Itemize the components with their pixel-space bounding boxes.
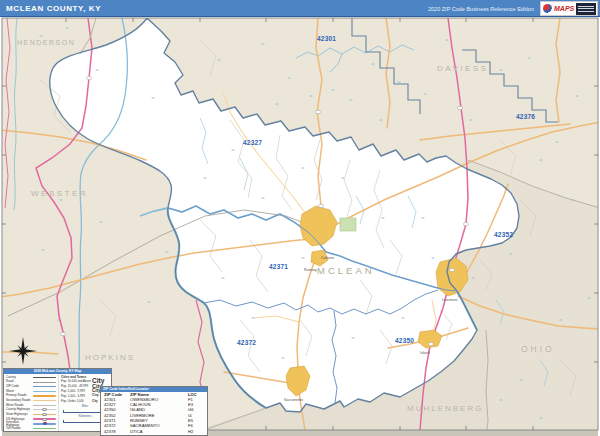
legend-item-sample bbox=[33, 385, 56, 389]
zip-label-42376: 42376 bbox=[516, 113, 535, 120]
header-bar: MCLEAN COUNTY, KY 2020 ZIP Code Business… bbox=[0, 0, 600, 17]
legend-item-label: ZIP Code bbox=[6, 385, 33, 388]
map-page: HENDERSONDAVIESSWEBSTERHOPKINSOHIOMUHLEN… bbox=[0, 0, 600, 436]
zip-table-cell: UTICA bbox=[130, 430, 188, 434]
legend-item-sample bbox=[33, 417, 56, 421]
legend-item-sample bbox=[33, 380, 56, 384]
zip-table-rows: 42301OWENSBOROF142327CALHOUNE342350ISLAN… bbox=[101, 397, 207, 434]
legend-item-sample bbox=[33, 389, 56, 393]
legend-item-sample bbox=[33, 403, 56, 407]
zip-table-row: 42378UTICAH2 bbox=[101, 429, 207, 434]
legend-item-label: Toll Roads bbox=[6, 427, 33, 430]
county-label-henderson: HENDERSON bbox=[17, 39, 75, 46]
park-area bbox=[340, 218, 356, 231]
legend-item-sample bbox=[33, 412, 56, 416]
compass-rose bbox=[8, 336, 38, 366]
legend-city-label: Pop. Under 1,000 bbox=[61, 400, 92, 403]
zip-table-cell: 42372 bbox=[104, 424, 130, 428]
legend-item-label: State Highways bbox=[6, 413, 33, 416]
town-label-livermore: Livermore bbox=[442, 298, 458, 302]
zip-table-cell: F6 bbox=[188, 424, 204, 428]
legend-item-toll-roads: Toll Roads bbox=[6, 426, 58, 431]
town-label-sacramento: Sacramento bbox=[284, 398, 303, 402]
legend-item-label: Secondary Roads bbox=[6, 399, 33, 402]
publisher-logo: MAPS bbox=[540, 1, 598, 16]
legend-item-sample bbox=[33, 375, 56, 379]
county-label-daviess: DAVIESS bbox=[437, 64, 489, 73]
county-label-ohio: OHIO bbox=[521, 344, 555, 354]
legend-city-sample: City bbox=[92, 394, 99, 398]
legend-city-label: Pop. 1,000 - 4,999 bbox=[61, 395, 92, 398]
zip-table-cell: 42378 bbox=[104, 430, 130, 434]
zip-table-cell: G6 bbox=[188, 408, 204, 412]
legend-item-label: Minor Roads bbox=[6, 404, 33, 407]
legend-item-sample bbox=[33, 422, 56, 426]
legend-city-sample: City bbox=[92, 400, 98, 403]
legend-city-label: Pop. 5,000 - 9,999 bbox=[61, 390, 92, 393]
legend-city-label: Pop. 10,000 - 49,999 bbox=[61, 385, 92, 388]
logo-text: MAPS bbox=[554, 5, 574, 12]
town-label-rumsey: Rumsey bbox=[304, 268, 317, 272]
legend-city-label: Pop. 50,000 and Above bbox=[61, 380, 92, 383]
edition-label: 2020 ZIP Code Business Reference Edition bbox=[428, 6, 534, 12]
legend-item-label: Primary Roads bbox=[6, 394, 33, 397]
zip-table-cell: H2 bbox=[188, 430, 204, 434]
legend-item-label: Water bbox=[6, 390, 33, 393]
zip-label-42350: 42350 bbox=[395, 337, 414, 344]
county-label-mclean: MCLEAN bbox=[317, 265, 375, 276]
map-legend: 2020 McLean County, KY Map CountyRoadZIP… bbox=[3, 368, 112, 432]
legend-road-items: CountyRoadZIP CodeWaterPrimary RoadsSeco… bbox=[4, 374, 58, 431]
legend-item-sample bbox=[33, 426, 56, 430]
zip-label-42301: 42301 bbox=[317, 35, 336, 42]
zip-label-42352: 42352 bbox=[494, 231, 513, 238]
zip-label-42372: 42372 bbox=[237, 339, 256, 346]
zip-index-table: ZIP Code Index/Grid Locator ZIP CodeZIP … bbox=[100, 386, 208, 436]
legend-item-sample bbox=[33, 408, 56, 412]
legend-item-sample bbox=[33, 399, 56, 403]
logo-block bbox=[576, 3, 596, 15]
page-title: MCLEAN COUNTY, KY bbox=[6, 4, 101, 13]
town-label-island: Island bbox=[420, 351, 429, 355]
zip-table-cell: SACRAMENTO bbox=[130, 424, 188, 428]
zip-label-42371: 42371 bbox=[269, 263, 288, 270]
town-label-calhoun: Calhoun bbox=[321, 256, 334, 260]
logo-swirl-icon bbox=[543, 4, 552, 13]
legend-item-sample bbox=[33, 394, 56, 398]
zip-label-42327: 42327 bbox=[243, 139, 262, 146]
zip-table-cell: 42350 bbox=[104, 408, 130, 412]
county-label-webster: WEBSTER bbox=[31, 189, 88, 198]
zip-table-cell: ISLAND bbox=[130, 408, 188, 412]
legend-item-label: Road bbox=[6, 380, 33, 383]
legend-item-label: County Highways bbox=[6, 408, 33, 411]
county-label-hopkins: HOPKINS bbox=[85, 353, 135, 362]
legend-item-label: County bbox=[6, 376, 33, 379]
county-label-muhlenberg: MUHLENBERG bbox=[407, 404, 483, 413]
